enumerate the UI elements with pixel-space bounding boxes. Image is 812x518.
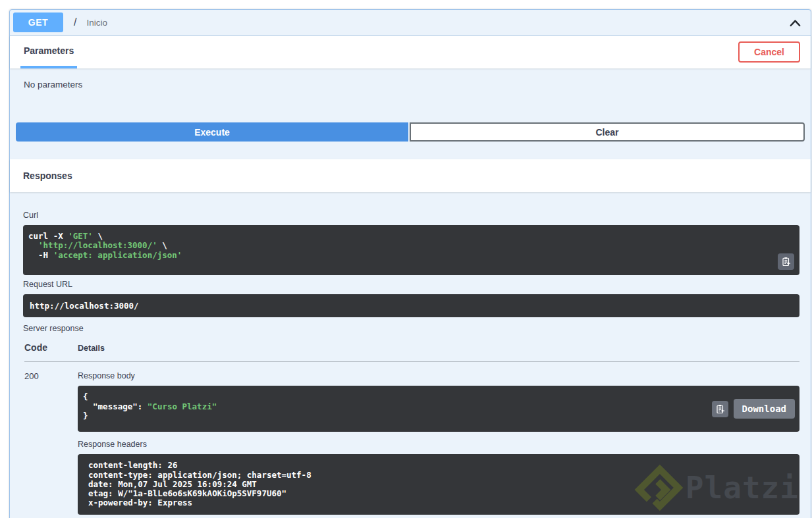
download-button[interactable]: Download [734, 399, 795, 419]
clear-button[interactable]: Clear [410, 122, 805, 142]
operation-summary[interactable]: GET / Inicio [10, 10, 811, 36]
no-parameters-text: No parameters [10, 80, 811, 90]
execute-wrapper: Execute Clear [16, 122, 805, 159]
curl-command-text: curl -X 'GET' \ 'http://localhost:3000/'… [28, 232, 792, 260]
curl-command-block: curl -X 'GET' \ 'http://localhost:3000/'… [23, 225, 799, 275]
http-method-badge: GET [13, 13, 63, 32]
clipboard-copy-icon [781, 257, 791, 267]
execute-button[interactable]: Execute [16, 122, 408, 142]
responses-section-header: Responses [10, 159, 811, 192]
server-response-label: Server response [23, 324, 799, 333]
response-body-controls: Download [712, 399, 795, 419]
response-body-block: { "message": "Curso Platzi"} Download [78, 386, 799, 432]
tab-parameters-label: Parameters [24, 45, 74, 56]
response-table-header: Code Details [24, 342, 799, 362]
opblock-get: GET / Inicio Parameters Cancel No parame… [9, 9, 811, 518]
response-row: 200 Response body { "message": "Curso Pl… [24, 362, 799, 514]
parameters-body: No parameters Execute Clear [10, 80, 811, 159]
details-column-header: Details [78, 344, 799, 353]
response-headers-text: content-length: 26content-type: applicat… [88, 461, 792, 507]
tab-parameters[interactable]: Parameters [20, 36, 77, 68]
curl-label: Curl [23, 211, 799, 220]
cancel-button[interactable]: Cancel [738, 41, 800, 63]
response-headers-block: content-length: 26content-type: applicat… [78, 454, 799, 514]
response-headers-label: Response headers [78, 440, 799, 449]
request-url-label: Request URL [23, 280, 799, 289]
code-column-header: Code [24, 342, 78, 353]
clipboard-copy-icon [715, 404, 725, 414]
response-details: Response body { "message": "Curso Platzi… [78, 370, 799, 514]
response-body-text: { "message": "Curso Platzi"} [83, 392, 792, 421]
response-body-label: Response body [78, 371, 799, 380]
collapse-chevron-up-icon[interactable] [789, 17, 801, 28]
copy-to-clipboard-button[interactable] [778, 253, 794, 270]
responses-body: Curl curl -X 'GET' \ 'http://localhost:3… [10, 192, 811, 518]
request-url-block: http://localhost:3000/ [23, 294, 799, 317]
copy-response-button[interactable] [712, 401, 728, 417]
parameters-section-header: Parameters Cancel [10, 36, 811, 68]
status-code: 200 [24, 370, 78, 381]
server-response-table: Code Details 200 Response body { "messag… [23, 342, 799, 514]
responses-title: Responses [23, 170, 72, 181]
endpoint-summary: Inicio [86, 18, 107, 28]
endpoint-path: / [74, 16, 76, 28]
request-url-value: http://localhost:3000/ [30, 301, 139, 311]
